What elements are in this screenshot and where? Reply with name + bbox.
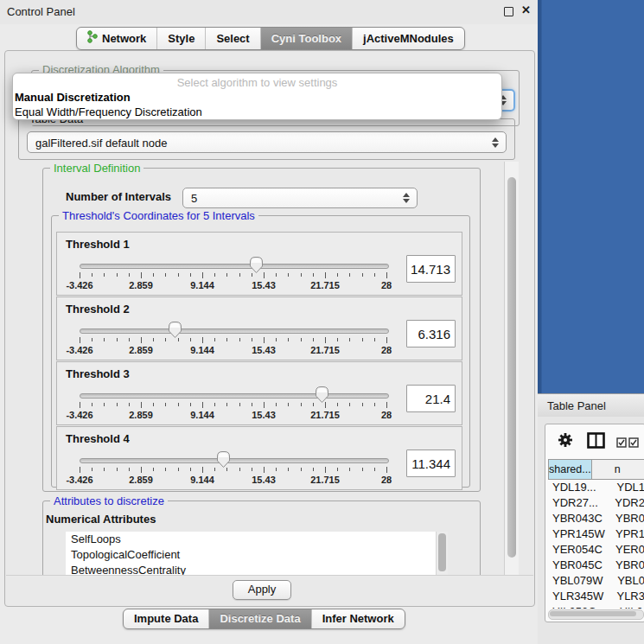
settings-scrollbar[interactable] [504, 162, 519, 575]
number-of-intervals-select[interactable]: 5 [182, 188, 418, 208]
slider-track[interactable] [80, 328, 389, 334]
tab-label: Infer Network [322, 612, 394, 625]
tab-cyni-toolbox[interactable]: Cyni Toolbox [260, 28, 352, 49]
tab-style[interactable]: Style [156, 28, 205, 49]
slider-track[interactable] [80, 458, 389, 463]
attribute-item-topologicalcoefficient[interactable]: TopologicalCoefficient [66, 547, 448, 563]
apply-button[interactable]: Apply [233, 580, 291, 600]
threshold-value-input[interactable] [406, 255, 456, 283]
table-panel-title: Table Panel [547, 399, 606, 412]
table-panel-frame: shared... n YDL19...YDL1YDR27...YDR2YBR0… [545, 424, 644, 622]
table-row[interactable]: YLR345WYLR3 [548, 589, 644, 604]
tab-jactivemnodules[interactable]: jActiveMNodules [352, 28, 464, 49]
cell-shared-name[interactable]: YDL19... [548, 480, 612, 495]
table-row[interactable]: YDR27...YDR2 [548, 495, 644, 511]
cell-shared-name[interactable]: YBR043C [548, 511, 611, 526]
tick-label: 15.43 [252, 475, 276, 485]
slider-thumb-icon[interactable] [216, 450, 231, 469]
cell-shared-name[interactable]: YPR145W [548, 526, 611, 542]
list-scrollbar[interactable] [436, 532, 448, 575]
threshold-panel-4: Threshold 4-3.4262.8599.14415.4321.71528 [56, 426, 462, 490]
tick-label: 28 [381, 345, 392, 355]
cell-name[interactable]: YER0 [611, 542, 644, 558]
cell-name[interactable]: YDL1 [612, 480, 644, 495]
gear-icon[interactable] [558, 432, 573, 451]
table-rows: YDL19...YDL1YDR27...YDR2YBR043CYBR0YPR14… [548, 480, 644, 609]
dropdown-option-manual-discretization[interactable]: Manual Discretization [13, 91, 501, 105]
tick-label: 21.715 [310, 345, 340, 355]
tab-infer-network[interactable]: Infer Network [311, 609, 405, 628]
threshold-value-input[interactable] [406, 320, 456, 348]
tick-label: -3.426 [66, 280, 92, 290]
columns-icon[interactable] [587, 432, 605, 452]
thresholds-group-title: Threshold's Coordinates for 5 Intervals [59, 209, 258, 222]
table-row[interactable]: YER054CYER0 [548, 542, 644, 558]
table-row[interactable]: YIL052CYIL0 [548, 604, 644, 609]
dropdown-option-equal-width-frequency-discretization[interactable]: Equal Width/Frequency Discretization [13, 105, 501, 120]
cell-name[interactable]: YBR0 [611, 558, 644, 573]
slider-ticks [80, 467, 388, 474]
threshold-label: Threshold 1 [66, 238, 130, 251]
attribute-item-betweennesscentrality[interactable]: BetweennessCentrality [66, 563, 448, 575]
threshold-panel-1: Threshold 1-3.4262.8599.14415.4321.71528 [56, 232, 462, 296]
cell-name[interactable]: YIL0 [615, 604, 643, 609]
column-header-name[interactable]: n [592, 460, 644, 479]
slider-track[interactable] [80, 393, 389, 399]
table-data-select[interactable]: galFiltered.sif default node [27, 131, 507, 153]
cell-name[interactable]: YPR1 [611, 526, 644, 542]
cell-shared-name[interactable]: YLR345W [548, 589, 612, 604]
tick-label: 2.859 [129, 345, 153, 355]
tab-label: Cyni Toolbox [271, 32, 341, 45]
cell-name[interactable]: YBL0 [613, 573, 644, 589]
cyni-toolbox-panel: Discretization Algorithm Select algorith… [4, 50, 535, 607]
threshold-value-input[interactable] [406, 385, 456, 412]
tab-network[interactable]: Network [77, 28, 156, 49]
float-window-icon[interactable] [504, 7, 513, 16]
tick-label: 15.43 [252, 410, 276, 420]
checkbox-checked-icon[interactable] [616, 436, 627, 451]
threshold-label: Threshold 2 [66, 303, 130, 316]
numerical-attributes-list[interactable]: SelfLoopsTopologicalCoefficientBetweenne… [66, 532, 448, 575]
tab-impute-data[interactable]: Impute Data [124, 609, 208, 628]
cell-name[interactable]: YBR0 [611, 511, 644, 526]
cell-shared-name[interactable]: YBR045C [548, 558, 611, 573]
tab-discretize-data[interactable]: Discretize Data [208, 609, 310, 628]
threshold-panel-2: Threshold 2-3.4262.8599.14415.4321.71528 [56, 296, 462, 360]
cell-shared-name[interactable]: YER054C [548, 542, 611, 558]
table-row[interactable]: YBL079WYBL0 [548, 573, 644, 589]
close-icon[interactable]: ✕ [521, 3, 531, 16]
table-row[interactable]: YBR045CYBR0 [548, 558, 644, 573]
table-row[interactable]: YPR145WYPR1 [548, 526, 644, 542]
checkbox-checked-icon[interactable] [628, 436, 639, 451]
tick-label: 28 [381, 410, 392, 420]
cell-shared-name[interactable]: YBL079W [548, 573, 613, 589]
tick-label: 9.144 [190, 280, 214, 290]
threshold-label: Threshold 3 [66, 367, 130, 380]
table-panel-titlebar: Table Panel [538, 393, 644, 418]
slider-thumb-icon[interactable] [249, 256, 264, 274]
tab-select[interactable]: Select [205, 28, 259, 49]
cell-shared-name[interactable]: YDR27... [548, 495, 610, 511]
attribute-item-selfloops[interactable]: SelfLoops [66, 532, 448, 547]
tick-label: 2.859 [129, 475, 153, 485]
table-row[interactable]: YDL19...YDL1 [548, 480, 644, 495]
slider-track[interactable] [80, 264, 389, 269]
cell-name[interactable]: YDR2 [610, 495, 644, 511]
cell-name[interactable]: YLR3 [612, 589, 644, 604]
table-horizontal-scrollbar[interactable] [548, 609, 644, 620]
tick-label: 21.715 [310, 410, 340, 420]
cyni-mode-tabbar: Impute DataDiscretize DataInfer Network [123, 609, 405, 629]
slider-thumb-icon[interactable] [168, 321, 182, 339]
tab-label: Impute Data [134, 612, 198, 625]
column-header-shared-name[interactable]: shared... [548, 460, 592, 479]
numerical-attributes-label: Numerical Attributes [46, 513, 156, 526]
threshold-value-input[interactable] [406, 450, 456, 477]
tick-label: -3.426 [66, 410, 92, 420]
node-attribute-table[interactable]: shared... n YDL19...YDL1YDR27...YDR2YBR0… [548, 459, 644, 609]
tab-label: Style [168, 32, 194, 45]
cell-shared-name[interactable]: YIL052C [548, 604, 615, 609]
table-row[interactable]: YBR043CYBR0 [548, 511, 644, 526]
slider-thumb-icon[interactable] [315, 386, 329, 404]
control-panel-tabbar: NetworkStyleSelectCyni ToolboxjActiveMNo… [76, 27, 465, 50]
network-window-frame: GAL80GCGAL11GAL4GCY1HHAP2 [538, 0, 644, 393]
